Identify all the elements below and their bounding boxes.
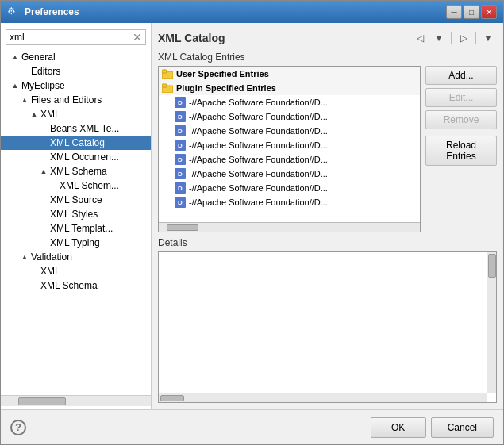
catalog-entry-label-7: -//Apache Software Foundation//D...: [189, 198, 328, 207]
xml-icon-4: D: [175, 154, 186, 165]
details-scrollbar-v[interactable]: [487, 252, 496, 393]
xml-icon-3: D: [175, 140, 186, 151]
tree-label-xml: XML: [40, 109, 60, 120]
search-clear-button[interactable]: ✕: [133, 32, 142, 43]
svg-rect-1: [162, 70, 167, 73]
toggle-xml-schema-child: [48, 181, 58, 190]
sidebar-scrollbar-h[interactable]: [1, 395, 151, 406]
tree-label-xml-occurrences: XML Occurren...: [50, 152, 119, 163]
sidebar: ✕ ▲ General Editors ▲ MyEclipse ▲: [1, 23, 152, 409]
tree-label-beans-xml: Beans XML Te...: [50, 123, 119, 134]
footer-left: ?: [10, 420, 366, 435]
titlebar: ⚙ Preferences ─ □ ✕: [1, 1, 503, 23]
tree-item-xml-schema[interactable]: ▲ XML Schema: [1, 164, 151, 178]
search-input[interactable]: [10, 32, 133, 43]
ok-button[interactable]: OK: [371, 417, 426, 438]
tree-item-validation[interactable]: ▲ Validation: [1, 250, 151, 264]
xml-icon-7: D: [175, 197, 186, 208]
window-controls: ─ □ ✕: [446, 5, 497, 19]
catalog-entry-3[interactable]: D -//Apache Software Foundation//D...: [159, 138, 420, 152]
xml-icon-0: D: [175, 97, 186, 108]
catalog-scrollbar-thumb: [167, 224, 198, 231]
tree-item-xml[interactable]: ▲ XML: [1, 107, 151, 121]
tree-item-xml-typing[interactable]: XML Typing: [1, 236, 151, 250]
catalog-entry-6[interactable]: D -//Apache Software Foundation//D...: [159, 181, 420, 195]
main-panel: XML Catalog ◁ ▼ ▷ ▼ XML Catalog Entries: [152, 23, 503, 409]
toggle-xml-typing: [39, 238, 48, 247]
tree-item-xml-schema-child[interactable]: XML Schem...: [1, 178, 151, 193]
toolbar-forward-button[interactable]: ▷: [455, 29, 472, 47]
toggle-xml: ▲: [29, 109, 39, 119]
details-scrollbar-h[interactable]: [159, 393, 487, 402]
titlebar-left: ⚙ Preferences: [7, 6, 79, 18]
tree-item-xml-catalog[interactable]: XML Catalog: [1, 136, 151, 150]
catalog-entry-5[interactable]: D -//Apache Software Foundation//D...: [159, 167, 420, 181]
catalog-entry-1[interactable]: D -//Apache Software Foundation//D...: [159, 109, 420, 124]
tree-item-xml-source[interactable]: XML Source: [1, 193, 151, 207]
tree-label-files-editors: Files and Editors: [31, 94, 102, 105]
toggle-validation-schema: [29, 281, 39, 290]
search-bar: ✕: [6, 29, 146, 45]
catalog-entry-4[interactable]: D -//Apache Software Foundation//D...: [159, 152, 420, 167]
xml-icon-6: D: [175, 182, 186, 194]
catalog-group-plugin-label: Plugin Specified Entries: [176, 83, 276, 93]
tree-label-xml-schema-child: XML Schem...: [60, 180, 119, 191]
toggle-xml-styles: [39, 209, 48, 219]
toggle-xml-occurrences: [39, 152, 48, 162]
details-label: Details: [158, 237, 497, 248]
tree-label-xml-templates: XML Templat...: [50, 223, 113, 234]
xml-icon-2: D: [175, 125, 186, 136]
details-section: Details: [158, 237, 497, 403]
catalog-pane: User Specified Entries Pl: [158, 66, 497, 232]
cancel-button[interactable]: Cancel: [431, 417, 494, 438]
tree-item-xml-styles[interactable]: XML Styles: [1, 207, 151, 221]
toolbar-menu-button[interactable]: ▼: [479, 29, 497, 47]
help-button[interactable]: ?: [10, 420, 26, 435]
catalog-entry-0[interactable]: D -//Apache Software Foundation//D...: [159, 95, 420, 109]
minimize-button[interactable]: ─: [446, 5, 462, 19]
panel-title: XML Catalog: [158, 32, 225, 44]
toggle-xml-catalog: [39, 138, 48, 148]
catalog-entry-label-0: -//Apache Software Foundation//D...: [189, 98, 328, 107]
tree-item-editors[interactable]: Editors: [1, 64, 151, 79]
toolbar-back-button[interactable]: ◁: [411, 29, 429, 47]
catalog-list-scrollbar-h[interactable]: [159, 222, 420, 232]
tree-item-xml-templates[interactable]: XML Templat...: [1, 221, 151, 236]
tree-item-validation-xml[interactable]: XML: [1, 264, 151, 278]
toggle-files-editors: ▲: [20, 95, 29, 105]
toggle-validation-xml: [29, 267, 39, 276]
close-button[interactable]: ✕: [481, 5, 497, 19]
details-scroll-thumb-h: [160, 395, 184, 401]
panel-header: XML Catalog ◁ ▼ ▷ ▼: [158, 29, 497, 47]
edit-button[interactable]: Edit...: [425, 88, 497, 107]
tree-label-xml-source: XML Source: [50, 194, 102, 205]
toolbar-dropdown-button[interactable]: ▼: [430, 29, 448, 47]
remove-button[interactable]: Remove: [425, 110, 497, 129]
catalog-group-user-label: User Specified Entries: [176, 69, 269, 79]
tree: ▲ General Editors ▲ MyEclipse ▲ Files an…: [1, 48, 151, 395]
tree-item-validation-schema[interactable]: XML Schema: [1, 278, 151, 293]
tree-label-validation-xml: XML: [40, 266, 60, 277]
catalog-entries-label: XML Catalog Entries: [158, 52, 497, 63]
preferences-window: ⚙ Preferences ─ □ ✕ ✕ ▲ General: [0, 0, 504, 445]
catalog-list-inner[interactable]: User Specified Entries Pl: [159, 67, 420, 222]
tree-item-files-editors[interactable]: ▲ Files and Editors: [1, 93, 151, 107]
catalog-group-user[interactable]: User Specified Entries: [159, 67, 420, 81]
tree-label-xml-catalog: XML Catalog: [50, 137, 105, 148]
catalog-group-plugin[interactable]: Plugin Specified Entries: [159, 81, 420, 95]
content-area: ✕ ▲ General Editors ▲ MyEclipse ▲: [1, 23, 503, 409]
tree-item-general[interactable]: ▲ General: [1, 50, 151, 64]
tree-label-xml-schema: XML Schema: [50, 166, 107, 177]
sidebar-scrollbar-thumb: [18, 397, 66, 405]
tree-item-xml-occurrences[interactable]: XML Occurren...: [1, 150, 151, 164]
catalog-entry-7[interactable]: D -//Apache Software Foundation//D...: [159, 195, 420, 209]
catalog-entry-label-3: -//Apache Software Foundation//D...: [189, 140, 328, 150]
catalog-entry-2[interactable]: D -//Apache Software Foundation//D...: [159, 124, 420, 138]
toggle-xml-source: [39, 195, 48, 205]
tree-item-beans-xml[interactable]: Beans XML Te...: [1, 121, 151, 136]
reload-button[interactable]: Reload Entries: [425, 136, 497, 166]
add-button[interactable]: Add...: [425, 66, 497, 85]
catalog-entry-label-5: -//Apache Software Foundation//D...: [189, 169, 328, 178]
maximize-button[interactable]: □: [464, 5, 479, 19]
tree-item-myeclipse[interactable]: ▲ MyEclipse: [1, 79, 151, 93]
